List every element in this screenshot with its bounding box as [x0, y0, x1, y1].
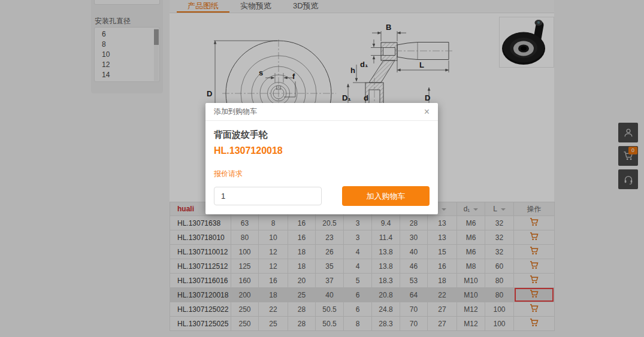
product-name: 背面波纹手轮 — [214, 129, 430, 141]
add-to-cart-button[interactable]: 加入购物车 — [342, 186, 430, 206]
close-icon[interactable]: × — [424, 107, 430, 117]
add-to-cart-modal: 添加到购物车 × 背面波纹手轮 HL.1307120018 报价请求 加入购物车 — [205, 103, 438, 214]
quote-request-link[interactable]: 报价请求 — [214, 169, 430, 179]
product-code: HL.1307120018 — [214, 145, 430, 156]
quantity-input[interactable] — [214, 187, 322, 205]
modal-title: 添加到购物车 — [214, 103, 257, 120]
